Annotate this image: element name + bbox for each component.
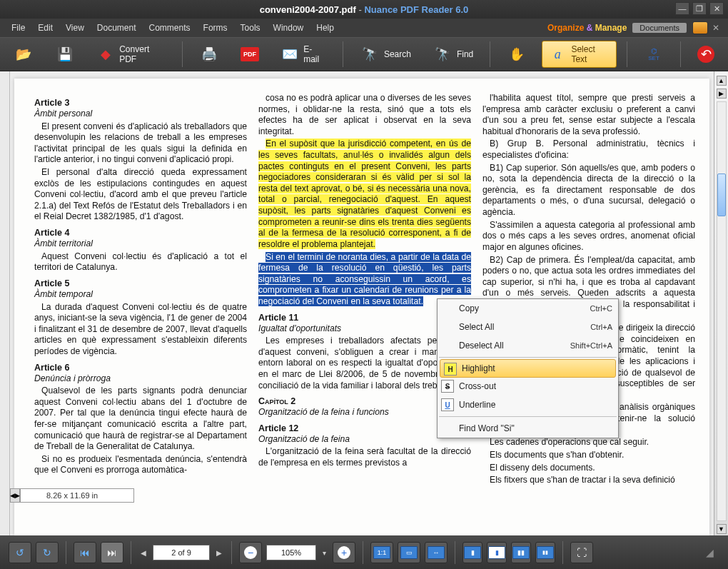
menu-tools[interactable]: Tools xyxy=(235,21,266,35)
zoom-in-button[interactable]: + xyxy=(333,542,355,563)
paragraph: La durada d'aquest Conveni col·lectiu és… xyxy=(34,302,247,358)
print-icon: 🖨️ xyxy=(199,45,219,64)
scroll-up-arrow[interactable]: ▲ xyxy=(717,76,727,86)
context-deselect-all[interactable]: Deselect AllShift+Ctrl+A xyxy=(438,336,618,355)
context-underline[interactable]: UUnderline xyxy=(438,396,618,414)
highlighted-text: En el supòsit que la jurisdicció compete… xyxy=(258,139,471,250)
set-button[interactable]: ⌬SET xyxy=(637,41,670,67)
email-button[interactable]: ✉️E-mail xyxy=(274,41,333,68)
convert-label: Convert PDF xyxy=(119,44,166,64)
prev-record-icon: ⏭ xyxy=(107,547,117,558)
zoom-input[interactable] xyxy=(266,545,316,560)
continuous-button[interactable]: ▮ xyxy=(487,542,507,563)
search-button[interactable]: 🔭Search xyxy=(353,41,418,67)
window-appname: Nuance PDF Reader 6.0 xyxy=(364,4,468,15)
vertical-scrollbar[interactable]: ▲ ▶ ▼ xyxy=(714,71,728,535)
scroll-right-arrow[interactable]: ▶ xyxy=(717,89,727,99)
fit-page-icon: ▭ xyxy=(400,546,418,559)
scroll-down-arrow[interactable]: ▼ xyxy=(717,524,727,534)
menubar: File Edit View Document Comments Forms T… xyxy=(0,19,728,37)
zoom-out-button[interactable]: − xyxy=(239,542,262,563)
paragraph: B1) Cap superior. Són aquells/es que, am… xyxy=(482,163,695,218)
close-button[interactable]: ✕ xyxy=(709,2,724,15)
window-filename: conveni2004-2007.pdf xyxy=(260,4,356,15)
panel-close-icon[interactable]: ✕ xyxy=(709,23,722,33)
menu-edit[interactable]: Edit xyxy=(32,21,59,35)
hand-tool-button[interactable]: ✋ xyxy=(500,41,533,67)
prev-record-button[interactable]: ⏭ xyxy=(101,542,123,563)
menu-forms[interactable]: Forms xyxy=(198,21,233,35)
heading-article-5: Article 5 xyxy=(34,278,247,289)
toolbar: 📂 💾 ◆Convert PDF 🖨️ PDF ✉️E-mail 🔭Search… xyxy=(0,37,728,71)
content-area: Article 3 Àmbit personal El present conv… xyxy=(0,71,728,535)
context-select-all[interactable]: Select AllCtrl+A xyxy=(438,318,618,336)
select-text-label: Select Text xyxy=(571,44,610,64)
menu-help[interactable]: Help xyxy=(310,21,340,35)
menu-window[interactable]: Window xyxy=(268,21,310,35)
rotate-left-button[interactable]: ↺ xyxy=(9,542,31,563)
pdf-icon: PDF xyxy=(241,47,259,61)
context-separator xyxy=(439,357,617,358)
next-page-arrow[interactable]: ▶ xyxy=(214,549,224,557)
highlight-icon: H xyxy=(444,363,457,376)
print-button[interactable]: 🖨️ xyxy=(193,41,226,67)
subtitle-a5: Àmbit temporal xyxy=(34,289,247,301)
single-page-button[interactable]: ▮ xyxy=(462,542,482,563)
first-page-button[interactable]: ⏮ xyxy=(74,542,96,563)
scroll-track[interactable] xyxy=(717,101,727,521)
paragraph: Els documents que s'han d'obtenir. xyxy=(482,450,695,461)
context-find-word[interactable]: Find Word "Si" xyxy=(438,419,618,438)
menu-document[interactable]: Document xyxy=(91,21,142,35)
prev-page-arrow[interactable]: ◀ xyxy=(138,549,148,557)
paragraph: El present conveni és d'aplicació als tr… xyxy=(34,121,247,166)
open-button[interactable]: 📂 xyxy=(7,41,40,67)
heading-article-4: Article 4 xyxy=(34,227,247,238)
menu-view[interactable]: View xyxy=(60,21,90,35)
fit-width-button[interactable]: ↔ xyxy=(425,542,448,563)
bottom-navbar: ↺ ↻ ⏮ ⏭ ◀ ▶ − ▾ + 1:1 ▭ ↔ ▮ ▮ ▮▮ ▮▮ ⛶ ◢ xyxy=(0,536,728,569)
continuous-icon: ▮ xyxy=(488,546,505,559)
rotate-right-button[interactable]: ↻ xyxy=(36,542,59,563)
resize-grip[interactable]: ◢ xyxy=(699,542,719,563)
undo-button[interactable]: ↶ xyxy=(691,42,721,66)
paragraph: S'assimilen a aquesta categoria al profe… xyxy=(482,220,695,253)
hand-icon: ✋ xyxy=(507,45,527,64)
continuous-facing-icon: ▮▮ xyxy=(537,546,554,559)
minimize-button[interactable]: — xyxy=(675,2,689,15)
fullscreen-button[interactable]: ⛶ xyxy=(570,542,593,563)
page-number-input[interactable] xyxy=(153,545,210,560)
paragraph: Els fitxers que s'han de tractar i la se… xyxy=(482,475,695,486)
find-label: Find xyxy=(457,49,473,59)
documents-button[interactable]: Documents xyxy=(632,23,687,33)
scroll-thumb[interactable] xyxy=(717,173,726,216)
cube-icon[interactable] xyxy=(692,21,708,34)
zoom-in-icon: + xyxy=(338,546,350,559)
paragraph: El disseny dels documents. xyxy=(482,463,695,474)
save-button[interactable]: 💾 xyxy=(49,41,81,67)
pdf-button[interactable]: PDF xyxy=(234,44,266,65)
menu-file[interactable]: File xyxy=(6,21,31,35)
context-crossout[interactable]: SCross-out xyxy=(438,377,618,396)
find-button[interactable]: 🔭Find xyxy=(426,41,480,67)
set-icon: ⌬SET xyxy=(644,45,664,64)
select-text-button[interactable]: aSelect Text xyxy=(542,41,617,68)
facing-button[interactable]: ▮▮ xyxy=(511,542,531,563)
zoom-dropdown-arrow[interactable]: ▾ xyxy=(320,549,328,557)
single-page-icon: ▮ xyxy=(464,546,481,559)
continuous-facing-button[interactable]: ▮▮ xyxy=(535,542,555,563)
convert-pdf-button[interactable]: ◆Convert PDF xyxy=(90,41,172,68)
menu-comments[interactable]: Comments xyxy=(143,21,196,35)
fit-page-button[interactable]: ▭ xyxy=(398,542,420,563)
page-size-display: 8.26 x 11.69 in xyxy=(20,488,134,503)
maximize-button[interactable]: ❐ xyxy=(692,2,707,15)
find-icon: 🔭 xyxy=(433,45,453,64)
heading-article-3: Article 3 xyxy=(34,97,247,109)
horiz-scroll-handle[interactable]: ◀▶ xyxy=(10,488,20,503)
actual-size-icon: 1:1 xyxy=(373,546,390,559)
context-highlight[interactable]: HHighlight xyxy=(440,359,616,378)
actual-size-button[interactable]: 1:1 xyxy=(370,542,393,563)
search-label: Search xyxy=(384,49,411,59)
heading-article-6: Article 6 xyxy=(34,362,247,373)
context-copy[interactable]: CopyCtrl+C xyxy=(438,299,618,318)
email-icon: ✉️ xyxy=(280,45,299,64)
